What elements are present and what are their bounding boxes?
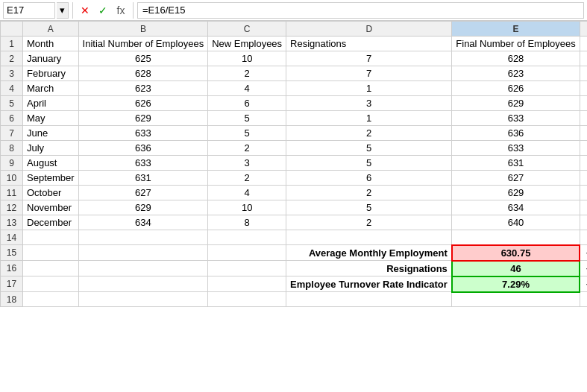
cell-e8[interactable]: 633 [452,141,580,156]
cell-e9[interactable]: 631 [452,156,580,171]
cell-d16-label[interactable]: Resignations [286,261,452,276]
cell-a12[interactable]: November [23,200,79,215]
cell-f2 [580,51,587,66]
cell-d7[interactable]: 2 [286,126,452,141]
cell-b3[interactable]: 628 [78,66,208,81]
cell-c13[interactable]: 8 [208,215,286,230]
cell-c5[interactable]: 6 [208,96,286,111]
header-initial-employees[interactable]: Initial Number of Employees [78,37,208,51]
cell-e7[interactable]: 636 [452,126,580,141]
cell-d5[interactable]: 3 [286,96,452,111]
cell-f14 [580,230,587,245]
cell-b10[interactable]: 631 [78,171,208,186]
cell-e17-value[interactable]: 7.29% [452,276,580,292]
cell-b4[interactable]: 623 [78,81,208,96]
cell-a2[interactable]: January [23,51,79,66]
separator [72,2,73,19]
cell-b8[interactable]: 636 [78,141,208,156]
cell-b7[interactable]: 633 [78,126,208,141]
cell-ref-dropdown[interactable]: ▾ [57,2,69,19]
cell-e13[interactable]: 640 [452,215,580,230]
cell-d8[interactable]: 5 [286,141,452,156]
header-month[interactable]: Month [23,37,79,51]
cell-a17 [23,276,79,292]
formula-bar: E17 ▾ ✕ ✓ fx [0,0,587,21]
cell-d9[interactable]: 5 [286,156,452,171]
cell-e4[interactable]: 626 [452,81,580,96]
cell-f13 [580,215,587,230]
fx-button[interactable]: fx [113,2,129,19]
cell-d10[interactable]: 6 [286,171,452,186]
cell-a11[interactable]: October [23,186,79,200]
confirm-button[interactable]: ✓ [95,2,111,19]
cell-a7[interactable]: June [23,126,79,141]
cell-e12[interactable]: 634 [452,200,580,215]
cell-b2[interactable]: 625 [78,51,208,66]
cell-c7[interactable]: 5 [208,126,286,141]
cell-c3[interactable]: 2 [208,66,286,81]
cell-e10[interactable]: 627 [452,171,580,186]
cell-a3[interactable]: February [23,66,79,81]
cell-b9[interactable]: 633 [78,156,208,171]
cell-a6[interactable]: May [23,111,79,126]
cell-b11[interactable]: 627 [78,186,208,200]
cell-a8[interactable]: July [23,141,79,156]
cell-reference-box[interactable]: E17 [3,2,55,19]
cell-c16 [208,261,286,276]
cell-e15-value[interactable]: 630.75 [452,245,580,261]
cell-a10[interactable]: September [23,171,79,186]
cell-d13[interactable]: 2 [286,215,452,230]
cell-c12[interactable]: 10 [208,200,286,215]
cell-c6[interactable]: 5 [208,111,286,126]
cell-b13[interactable]: 634 [78,215,208,230]
formula-input[interactable] [137,2,584,19]
col-header-b[interactable]: B [78,22,208,37]
cancel-button[interactable]: ✕ [77,2,93,19]
cell-d2[interactable]: 7 [286,51,452,66]
summary-row-16: 16 Resignations 46 ← =SUM(D2:D13) [1,261,588,276]
col-header-e[interactable]: E [452,22,580,37]
header-row: 1 Month Initial Number of Employees New … [1,37,588,51]
header-resignations[interactable]: Resignations [286,37,452,51]
cell-d6[interactable]: 1 [286,111,452,126]
cell-b15 [78,245,208,261]
cell-c11[interactable]: 4 [208,186,286,200]
col-header-d[interactable]: D [286,22,452,37]
cell-c10[interactable]: 2 [208,171,286,186]
cell-f11 [580,186,587,200]
cell-c8[interactable]: 2 [208,141,286,156]
cell-e18 [452,292,580,307]
cell-a9[interactable]: August [23,156,79,171]
cell-d15-label[interactable]: Average Monthly Employment [286,245,452,261]
col-header-c[interactable]: C [208,22,286,37]
cell-e11[interactable]: 629 [452,186,580,200]
cell-b12[interactable]: 629 [78,200,208,215]
cell-e16-value[interactable]: 46 [452,261,580,276]
cell-a14 [23,230,79,245]
cell-b6[interactable]: 629 [78,111,208,126]
cell-a4[interactable]: March [23,81,79,96]
cell-d11[interactable]: 2 [286,186,452,200]
cell-e6[interactable]: 633 [452,111,580,126]
cell-c4[interactable]: 4 [208,81,286,96]
header-final-employees[interactable]: Final Number of Employees [452,37,580,51]
cell-c2[interactable]: 10 [208,51,286,66]
row-num-3: 3 [1,66,23,81]
col-header-f[interactable]: F [580,22,587,37]
header-new-employees[interactable]: New Employees [208,37,286,51]
cell-c9[interactable]: 3 [208,156,286,171]
cell-d12[interactable]: 5 [286,200,452,215]
col-header-a[interactable]: A [23,22,79,37]
cell-d3[interactable]: 7 [286,66,452,81]
cell-e2[interactable]: 628 [452,51,580,66]
cell-d4[interactable]: 1 [286,81,452,96]
cell-e5[interactable]: 629 [452,96,580,111]
cell-b5[interactable]: 626 [78,96,208,111]
row-num-18: 18 [1,292,23,307]
cell-a5[interactable]: April [23,96,79,111]
column-header-row: A B C D E F G [1,22,588,37]
cell-e3[interactable]: 623 [452,66,580,81]
row-num-9: 9 [1,156,23,171]
cell-d17-label[interactable]: Employee Turnover Rate Indicator [286,276,452,292]
cell-a13[interactable]: December [23,215,79,230]
